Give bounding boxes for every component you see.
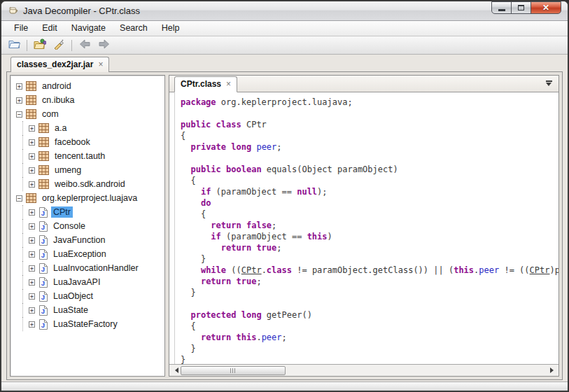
tree-item-com[interactable]: −com [13,107,164,121]
tree-item-label[interactable]: JavaFunction [51,234,107,246]
horizontal-scrollbar[interactable] [169,364,559,376]
tab-cptr-class[interactable]: CPtr.class × [174,76,237,92]
svg-text:J: J [41,237,45,245]
tree-item-luajavaapi[interactable]: +JLuaJavaAPI [13,275,164,289]
tree-item-label[interactable]: umeng [52,164,83,176]
type-link[interactable]: CPtr [241,265,262,275]
tree-item-weibo-sdk-android[interactable]: +weibo.sdk.android [13,177,164,191]
menubar: File Edit Navigate Search Help [1,21,568,36]
tree-item-label[interactable]: LuaStateFactory [51,318,120,330]
tree-item-label[interactable]: LuaJavaAPI [51,276,102,288]
tree-item-tencent-tauth[interactable]: +tencent.tauth [13,149,164,163]
chevron-down-icon [546,83,552,89]
source-tab-label: CPtr.class [181,79,221,89]
code-line: } [181,354,559,364]
tab-close-icon[interactable]: × [226,80,231,88]
code-line: if (paramObject == this) [181,231,559,242]
app-window: Java Decompiler - CPtr.class ✕ File Edit… [0,0,569,392]
tree-item-label[interactable]: facebook [52,136,92,148]
close-button[interactable]: ✕ [531,1,561,14]
minimize-button[interactable] [491,1,512,14]
collapse-icon[interactable]: − [16,195,22,202]
tree-item-label[interactable]: weibo.sdk.android [52,178,127,190]
tree-item-label[interactable]: org.keplerproject.luajava [40,192,139,204]
tab-list-button[interactable] [543,80,554,89]
package-icon [26,81,36,91]
tree-item-label[interactable]: com [40,108,61,120]
expand-icon[interactable]: + [29,223,35,230]
expand-icon[interactable]: + [29,153,35,160]
scrollbar-thumb[interactable] [181,366,286,375]
expand-icon[interactable]: + [16,97,22,104]
maximize-button[interactable] [511,1,531,14]
arrow-left-icon [172,368,178,373]
code-line: { [181,321,559,332]
expand-icon[interactable]: + [29,293,35,300]
expand-icon[interactable]: + [29,167,35,174]
expand-icon[interactable]: + [29,307,35,314]
collapse-icon[interactable]: − [16,111,22,118]
tree-item-console[interactable]: +JConsole [13,219,164,233]
svg-text:J: J [41,223,45,231]
search-button[interactable] [51,38,66,52]
tree-item-label[interactable]: CPtr [51,206,73,218]
class-icon: J [38,249,48,260]
menu-navigate[interactable]: Navigate [64,21,113,36]
open-type-button[interactable] [32,38,48,52]
tree-item-cn-ibuka[interactable]: +cn.ibuka [13,93,164,107]
tree-item-label[interactable]: LuaInvocationHandler [51,262,141,274]
tree-item-facebook[interactable]: +facebook [13,135,164,149]
tree-item-label[interactable]: cn.ibuka [40,94,77,106]
tree-item-luaexception[interactable]: +JLuaException [13,247,164,261]
expand-icon[interactable]: + [29,265,35,272]
menu-help[interactable]: Help [155,21,187,36]
jar-tab-label: classes_dex2jar.jar [17,59,93,69]
forward-button[interactable] [96,38,111,52]
expand-icon[interactable]: + [16,83,22,90]
tree-item-luainvocationhandler[interactable]: +JLuaInvocationHandler [13,261,164,275]
tree-item-cptr[interactable]: +JCPtr [13,205,164,219]
menu-edit[interactable]: Edit [35,21,64,36]
type-link[interactable]: CPtr [530,265,550,275]
code-line: public class CPtr [181,119,559,130]
tree-item-label[interactable]: LuaException [51,248,108,260]
expand-icon[interactable]: + [29,125,35,132]
tab-classes-dex2jar[interactable]: classes_dex2jar.jar × [10,57,109,72]
tree-item-label[interactable]: LuaState [51,304,90,316]
menu-search[interactable]: Search [113,21,155,36]
forward-arrow-icon [98,39,110,52]
tree-item-label[interactable]: Console [51,220,87,232]
package-icon [38,179,49,189]
tree-item-umeng[interactable]: +umeng [13,163,164,177]
expand-icon[interactable]: + [29,321,35,328]
menu-file[interactable]: File [7,21,35,36]
package-icon [38,137,49,147]
tree-item-label[interactable]: a.a [52,122,69,134]
code-line: return this.peer; [181,332,559,343]
tab-close-icon[interactable]: × [98,61,103,68]
expand-icon[interactable]: + [29,209,35,216]
tree-item-label[interactable]: tencent.tauth [52,150,107,162]
tree-item-label[interactable]: LuaObject [51,290,95,302]
tree-item-luaobject[interactable]: +JLuaObject [13,289,164,303]
tree-item-javafunction[interactable]: +JJavaFunction [13,233,164,247]
expand-icon[interactable]: + [29,237,35,244]
tree-item-label[interactable]: android [40,80,73,92]
toolbar-separator [27,40,27,51]
expand-icon[interactable]: + [29,139,35,146]
scroll-left-button[interactable] [171,366,179,375]
tree-item-a-a[interactable]: +a.a [13,121,164,135]
code-line: return false; [181,220,559,231]
back-button[interactable] [77,38,92,52]
expand-icon[interactable]: + [29,279,35,286]
tree-item-luastatefactory[interactable]: +JLuaStateFactory [13,317,164,331]
close-icon: ✕ [542,3,549,13]
scroll-right-button[interactable] [549,366,557,375]
open-file-button[interactable] [6,38,22,52]
tree-item-android[interactable]: +android [13,79,164,93]
open-folder-icon [8,38,20,52]
tree-item-luastate[interactable]: +JLuaState [13,303,164,317]
expand-icon[interactable]: + [29,251,35,258]
tree-item-org-keplerproject-luajava[interactable]: −org.keplerproject.luajava [13,191,164,205]
expand-icon[interactable]: + [29,181,35,188]
